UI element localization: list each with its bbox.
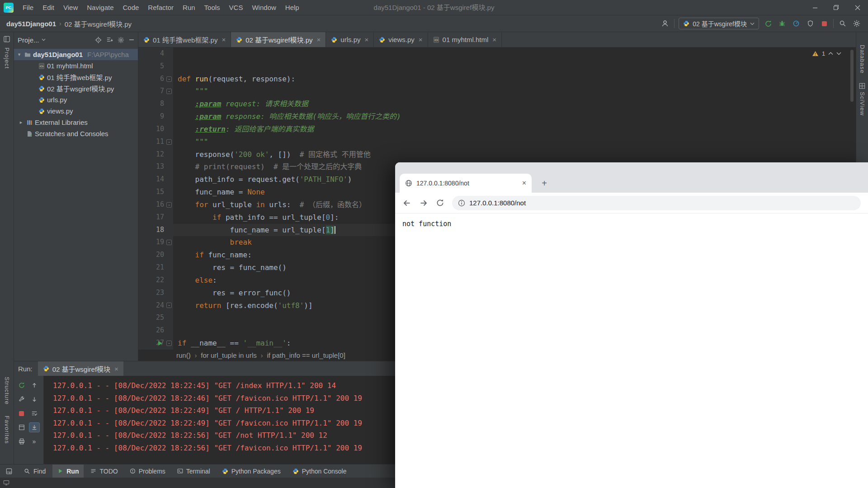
- inspections-widget[interactable]: 1: [812, 50, 841, 57]
- scroll-to-end-icon[interactable]: [29, 422, 40, 432]
- back-icon[interactable]: [402, 199, 411, 208]
- close-tab-icon[interactable]: ×: [317, 36, 321, 43]
- toolbar-button-run[interactable]: Run: [52, 464, 84, 478]
- tree-item-file[interactable]: <> 01 myhtml.html: [14, 60, 138, 71]
- menu-item-help[interactable]: Help: [281, 0, 304, 15]
- run-tab[interactable]: 02 基于wsgiref模块 ×: [38, 361, 123, 376]
- toolbar-button-todo[interactable]: TODO: [85, 464, 123, 478]
- settings-gear-icon[interactable]: [852, 19, 862, 28]
- up-arrow-icon[interactable]: [29, 380, 40, 390]
- reload-icon[interactable]: [436, 199, 444, 207]
- locate-file-icon[interactable]: [95, 37, 102, 43]
- fold-icon[interactable]: -: [166, 240, 172, 245]
- sidebar-item-sciview[interactable]: SciView: [859, 92, 866, 116]
- breadcrumb-project[interactable]: day51Django01: [6, 20, 56, 28]
- close-tab-icon[interactable]: ×: [492, 36, 496, 43]
- tree-item-file[interactable]: views.py: [14, 105, 138, 117]
- debug-icon[interactable]: [777, 19, 787, 28]
- restore-layout-icon[interactable]: [16, 422, 27, 432]
- code-line[interactable]: 12 response('200 ok', []) # 固定格式 不用管他: [138, 148, 856, 161]
- close-tab-icon[interactable]: ×: [419, 36, 423, 43]
- chevron-right-icon[interactable]: ▸: [18, 119, 24, 125]
- toolbar-button-find[interactable]: Find: [19, 464, 51, 478]
- fold-icon[interactable]: -: [166, 139, 172, 145]
- toolbar-button-python-console[interactable]: Python Console: [288, 464, 352, 478]
- code-text[interactable]: :return: 返回给客户端的真实数据: [173, 123, 856, 136]
- editor-tab[interactable]: 02 基于wsgiref模块.py ×: [231, 32, 326, 47]
- run-line-icon[interactable]: [158, 341, 162, 346]
- code-text[interactable]: def run(request, response):: [173, 73, 856, 85]
- project-tool-icon[interactable]: [4, 36, 10, 43]
- tree-item-file[interactable]: 02 基于wsgiref模块.py: [14, 83, 138, 94]
- code-text[interactable]: :param request: 请求相关数据: [173, 98, 856, 110]
- fold-icon[interactable]: -: [166, 202, 172, 208]
- fold-icon[interactable]: -: [166, 76, 172, 82]
- tree-item-node[interactable]: Scratches and Consoles: [14, 128, 138, 139]
- close-tab-icon[interactable]: ×: [222, 36, 226, 43]
- settings-gear-icon[interactable]: [118, 37, 124, 43]
- tree-root[interactable]: ▾ day51Django01 F:\APP\pycha: [14, 49, 138, 60]
- stop-icon[interactable]: [819, 19, 829, 28]
- rerun-icon[interactable]: [763, 19, 773, 28]
- code-line[interactable]: 6 - def run(request, response):: [138, 73, 856, 85]
- breadcrumb-scope[interactable]: if path_info == url_tuple[0]: [267, 351, 345, 359]
- fold-icon[interactable]: -: [166, 341, 172, 346]
- wrench-icon[interactable]: [16, 394, 27, 404]
- close-tab-icon[interactable]: ×: [364, 36, 368, 43]
- fold-icon[interactable]: -: [166, 303, 172, 308]
- breadcrumb-file[interactable]: 02 基于wsgiref模块.py: [65, 19, 132, 28]
- toolbar-button-terminal[interactable]: Terminal: [172, 464, 215, 478]
- fold-icon[interactable]: -: [166, 89, 172, 94]
- menu-item-vcs[interactable]: VCS: [225, 0, 248, 15]
- close-tab-icon[interactable]: ×: [114, 365, 118, 373]
- tool-windows-icon[interactable]: [4, 466, 14, 476]
- sidebar-item-structure[interactable]: Structure: [4, 377, 10, 405]
- breadcrumb-scope[interactable]: run(): [176, 351, 191, 359]
- maximize-button[interactable]: [826, 0, 847, 15]
- code-text[interactable]: response('200 ok', []) # 固定格式 不用管他: [173, 148, 856, 161]
- scrollbar-thumb[interactable]: [850, 50, 854, 102]
- code-text[interactable]: """: [173, 85, 856, 98]
- code-line[interactable]: 10 :return: 返回给客户端的真实数据: [138, 123, 856, 136]
- user-icon[interactable]: [660, 19, 670, 28]
- coverage-icon[interactable]: [805, 19, 815, 28]
- menu-item-code[interactable]: Code: [118, 0, 143, 15]
- address-bar[interactable]: 127.0.0.1:8080/not: [452, 196, 861, 210]
- code-text[interactable]: :param response: 响应相关数据(响应头，响应首行之类的): [173, 110, 856, 123]
- tree-item-node[interactable]: ▸ External Libraries: [14, 117, 138, 128]
- stop-icon[interactable]: [16, 408, 27, 418]
- project-panel-title[interactable]: Proje...: [18, 36, 39, 44]
- menu-item-window[interactable]: Window: [247, 0, 280, 15]
- forward-icon[interactable]: [419, 199, 428, 208]
- search-icon[interactable]: [838, 19, 848, 28]
- menu-item-navigate[interactable]: Navigate: [82, 0, 118, 15]
- menu-item-tools[interactable]: Tools: [200, 0, 225, 15]
- tree-item-file[interactable]: 01 纯手撸web框架.py: [14, 71, 138, 83]
- down-arrow-icon[interactable]: [29, 394, 40, 404]
- sidebar-item-favorites[interactable]: Favorites: [4, 416, 10, 444]
- code-line[interactable]: 5: [138, 60, 856, 73]
- code-text[interactable]: """: [173, 136, 856, 148]
- soft-wrap-icon[interactable]: [29, 408, 40, 418]
- editor-tab[interactable]: urls.py ×: [326, 32, 374, 47]
- more-icon[interactable]: »: [29, 436, 40, 446]
- minimize-button[interactable]: [804, 0, 826, 15]
- browser-tab[interactable]: 127.0.0.1:8080/not ×: [400, 174, 532, 193]
- screen-reader-icon[interactable]: [3, 480, 9, 486]
- editor-tab[interactable]: <> 01 myhtml.html ×: [428, 32, 502, 47]
- hide-panel-icon[interactable]: [129, 37, 134, 43]
- sidebar-item-database[interactable]: Database: [859, 45, 866, 74]
- rerun-icon[interactable]: [16, 380, 27, 390]
- menu-item-refactor[interactable]: Refactor: [143, 0, 178, 15]
- collapse-all-icon[interactable]: [106, 37, 113, 43]
- sidebar-item-project[interactable]: Project: [4, 47, 10, 69]
- close-button[interactable]: [847, 0, 868, 15]
- menu-item-run[interactable]: Run: [178, 0, 200, 15]
- menu-item-file[interactable]: File: [18, 0, 38, 15]
- menu-item-edit[interactable]: Edit: [38, 0, 59, 15]
- chevron-down-icon[interactable]: ▾: [16, 52, 22, 57]
- code-text[interactable]: [173, 60, 856, 73]
- sciview-grid-icon[interactable]: [859, 83, 865, 89]
- code-text[interactable]: [173, 47, 856, 60]
- print-icon[interactable]: [16, 436, 27, 446]
